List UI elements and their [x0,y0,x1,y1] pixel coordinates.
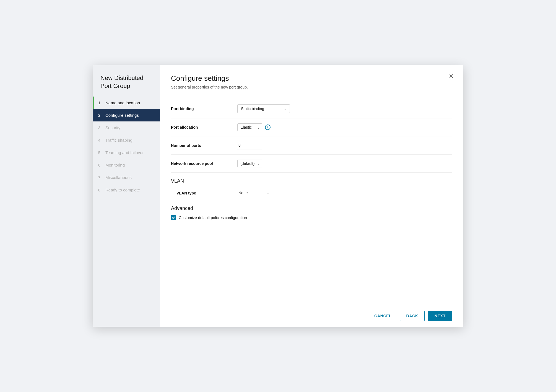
step-3-security[interactable]: 3 Security [93,121,160,134]
port-binding-row: Port binding Static binding Dynamic bind… [171,99,452,118]
step-5-label: Teaming and failover [105,150,144,155]
network-resource-pool-select-wrapper: (default) [237,160,262,167]
port-binding-control: Static binding Dynamic binding Ephemeral [237,104,290,113]
new-distributed-port-group-dialog: New Distributed Port Group 1 Name and lo… [93,65,463,327]
vlan-type-select[interactable]: None VLAN VLAN trunking Private VLAN [237,189,271,197]
main-header: Configure settings Set general propertie… [160,65,463,97]
number-of-ports-input[interactable] [237,141,262,149]
customize-policies-checkbox[interactable] [171,215,176,220]
advanced-section-header: Advanced [171,206,452,211]
step-5-teaming-failover[interactable]: 5 Teaming and failover [93,146,160,159]
port-binding-select[interactable]: Static binding Dynamic binding Ephemeral [237,104,290,113]
port-allocation-select-wrapper: Elastic Fixed [237,123,262,131]
step-8-number: 8 [98,188,103,192]
step-6-number: 6 [98,163,103,167]
vlan-type-row: VLAN type None VLAN VLAN trunking Privat… [171,185,452,201]
port-allocation-info-icon[interactable]: i [265,124,271,130]
step-6-label: Monitoring [105,163,125,167]
port-binding-label: Port binding [171,107,237,111]
main-content: ✕ Configure settings Set general propert… [160,65,463,327]
network-resource-pool-row: Network resource pool (default) [171,155,452,173]
step-3-label: Security [105,125,120,130]
vlan-type-control: None VLAN VLAN trunking Private VLAN [237,189,271,197]
port-allocation-row: Port allocation Elastic Fixed i [171,118,452,136]
vlan-type-label: VLAN type [176,191,237,195]
customize-policies-row: Customize default policies configuration [171,215,452,221]
wizard-sidebar: New Distributed Port Group 1 Name and lo… [93,65,160,327]
step-8-ready-to-complete[interactable]: 8 Ready to complete [93,184,160,196]
step-2-configure-settings[interactable]: 2 Configure settings [93,109,160,121]
dialog-footer: CANCEL BACK NEXT [160,305,463,327]
step-6-monitoring[interactable]: 6 Monitoring [93,159,160,171]
port-allocation-control: Elastic Fixed i [237,123,271,131]
number-of-ports-label: Number of ports [171,143,237,148]
dialog-title: New Distributed Port Group [93,65,160,97]
wizard-steps: 1 Name and location 2 Configure settings… [93,97,160,327]
step-8-label: Ready to complete [105,188,140,192]
number-of-ports-control [237,141,262,149]
port-allocation-select[interactable]: Elastic Fixed [237,123,262,131]
step-7-label: Miscellaneous [105,175,132,180]
customize-policies-label: Customize default policies configuration [179,216,247,220]
cancel-button[interactable]: CANCEL [369,311,397,321]
step-2-label: Configure settings [105,113,139,118]
form-area: Port binding Static binding Dynamic bind… [160,97,463,305]
step-4-traffic-shaping[interactable]: 4 Traffic shaping [93,134,160,146]
step-2-number: 2 [98,113,103,118]
step-7-miscellaneous[interactable]: 7 Miscellaneous [93,171,160,184]
step-4-number: 4 [98,138,103,142]
step-5-number: 5 [98,150,103,155]
step-4-label: Traffic shaping [105,138,132,142]
network-resource-pool-select[interactable]: (default) [237,160,262,167]
vlan-type-select-wrapper: None VLAN VLAN trunking Private VLAN [237,189,271,197]
vlan-section-header: VLAN [171,175,452,184]
step-1-number: 1 [98,101,103,105]
step-7-number: 7 [98,175,103,180]
close-button[interactable]: ✕ [447,72,456,81]
page-title: Configure settings [171,74,452,83]
network-resource-pool-label: Network resource pool [171,161,237,166]
next-button[interactable]: NEXT [428,311,452,321]
page-subtitle: Set general properties of the new port g… [171,85,452,89]
step-3-number: 3 [98,126,103,130]
step-1-name-and-location[interactable]: 1 Name and location [93,97,160,109]
number-of-ports-row: Number of ports [171,136,452,155]
port-allocation-label: Port allocation [171,125,237,129]
step-1-label: Name and location [105,100,140,105]
network-resource-pool-control: (default) [237,160,262,167]
back-button[interactable]: BACK [400,311,425,321]
port-binding-select-wrapper: Static binding Dynamic binding Ephemeral [237,104,290,113]
